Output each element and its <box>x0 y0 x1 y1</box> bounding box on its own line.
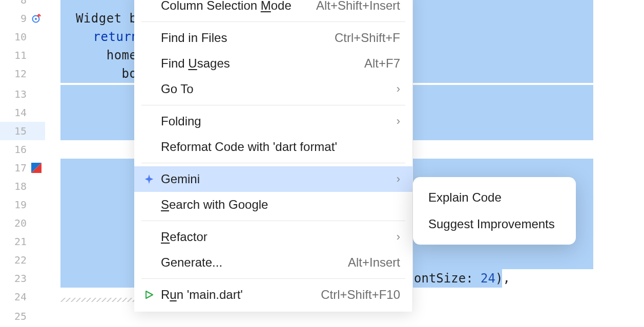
code-text: home <box>60 48 137 62</box>
submenu-item-label: Suggest Improvements <box>428 217 564 231</box>
line-number: 25 <box>14 310 27 322</box>
line-number: 18 <box>14 180 27 192</box>
gutter-line[interactable]: 17 <box>0 159 45 177</box>
code-text: ontSize: <box>414 271 473 286</box>
menu-item-generate[interactable]: Generate...Alt+Insert <box>134 250 412 275</box>
gutter-line[interactable]: 25 <box>0 307 45 325</box>
line-number: 20 <box>14 217 27 229</box>
gutter-line[interactable]: 20 <box>0 214 45 232</box>
menu-item-gemini[interactable]: Gemini› <box>134 166 412 192</box>
menu-shortcut: Alt+Shift+Insert <box>316 0 400 13</box>
code-keyword: return <box>63 30 139 44</box>
submenu-item-label: Explain Code <box>428 190 564 205</box>
menu-item-go-to[interactable]: Go To› <box>134 76 412 102</box>
menu-item-label: Find in Files <box>161 31 335 45</box>
editor-viewport: 8910111213141516171819202122232425 Widge… <box>0 0 644 327</box>
menu-item-label: Column Selection Mode <box>161 0 316 13</box>
menu-item-reformat-dart[interactable]: Reformat Code with 'dart format' <box>134 134 412 160</box>
gutter-line[interactable]: 24 <box>0 288 45 306</box>
menu-item-folding[interactable]: Folding› <box>134 108 412 134</box>
menu-item-label: Refactor <box>161 230 397 244</box>
chevron-right-icon: › <box>397 230 400 244</box>
svg-point-1 <box>35 18 37 20</box>
context-menu: Column Selection ModeAlt+Shift+InsertFin… <box>134 0 413 312</box>
gutter-line[interactable]: 15 <box>0 122 45 140</box>
line-number: 8 <box>20 0 27 6</box>
line-number: 10 <box>14 31 27 43</box>
menu-item-label: Search with Google <box>161 198 400 212</box>
menu-item-run-main[interactable]: Run 'main.dart'Ctrl+Shift+F10 <box>134 282 412 308</box>
sparkle-icon <box>142 172 156 186</box>
line-number: 16 <box>14 143 27 156</box>
code-text: ), <box>495 271 510 286</box>
gutter-line[interactable]: 9 <box>0 9 45 28</box>
gutter-line[interactable]: 19 <box>0 195 45 214</box>
line-number: 14 <box>14 106 27 119</box>
gemini-submenu: Explain CodeSuggest Improvements <box>413 177 576 245</box>
code-fragment: ontSize: 24), <box>414 271 510 286</box>
menu-item-find-in-files[interactable]: Find in FilesCtrl+Shift+F <box>134 25 412 51</box>
line-number: 12 <box>14 68 27 80</box>
code-text: Widget b <box>60 11 137 26</box>
menu-item-label: Folding <box>161 114 397 128</box>
line-number: 13 <box>14 88 27 100</box>
run-icon <box>142 288 156 301</box>
warning-squiggly <box>60 298 134 302</box>
gutter: 8910111213141516171819202122232425 <box>0 0 45 327</box>
menu-separator <box>141 105 405 105</box>
gutter-line[interactable]: 12 <box>0 64 45 83</box>
line-number: 23 <box>14 272 27 285</box>
line-number: 11 <box>14 49 27 61</box>
gutter-line[interactable]: 8 <box>0 0 45 9</box>
gutter-line[interactable]: 18 <box>0 177 45 195</box>
chevron-right-icon: › <box>397 82 400 96</box>
gutter-line[interactable]: 10 <box>0 28 45 46</box>
menu-item-label: Go To <box>161 82 397 96</box>
line-number: 21 <box>14 235 27 248</box>
code-text: bo <box>60 67 137 81</box>
menu-shortcut: Alt+Insert <box>348 255 400 270</box>
gutter-line[interactable]: 22 <box>0 251 45 269</box>
menu-shortcut: Alt+F7 <box>364 56 400 71</box>
line-number: 15 <box>14 125 27 137</box>
svg-marker-4 <box>146 291 153 298</box>
gutter-line[interactable]: 23 <box>0 269 45 288</box>
menu-item-refactor[interactable]: Refactor› <box>134 224 412 250</box>
menu-item-label: Reformat Code with 'dart format' <box>161 140 400 154</box>
line-number: 22 <box>14 254 27 266</box>
line-number: 24 <box>14 291 27 303</box>
line-number: 19 <box>14 199 27 211</box>
menu-separator <box>141 21 405 22</box>
gutter-line[interactable]: 16 <box>0 140 45 159</box>
gutter-line[interactable]: 14 <box>0 103 45 122</box>
flutter-preview-icon[interactable] <box>31 162 42 173</box>
menu-separator <box>141 163 405 163</box>
menu-shortcut: Ctrl+Shift+F <box>335 31 400 45</box>
override-icon[interactable] <box>31 13 42 24</box>
chevron-right-icon: › <box>397 172 400 186</box>
menu-item-label: Generate... <box>161 255 348 270</box>
chevron-right-icon: › <box>397 115 400 128</box>
code-number: 24 <box>473 271 495 286</box>
gutter-line[interactable]: 11 <box>0 46 45 64</box>
gutter-line[interactable]: 13 <box>0 85 45 103</box>
menu-item-column-selection[interactable]: Column Selection ModeAlt+Shift+Insert <box>134 0 412 18</box>
gutter-line[interactable]: 21 <box>0 232 45 251</box>
menu-item-find-usages[interactable]: Find UsagesAlt+F7 <box>134 51 412 76</box>
menu-item-search-google[interactable]: Search with Google <box>134 192 412 217</box>
submenu-item-suggest-improvements[interactable]: Suggest Improvements <box>413 211 576 237</box>
menu-separator <box>141 221 405 221</box>
menu-shortcut: Ctrl+Shift+F10 <box>321 288 400 302</box>
menu-item-label: Gemini <box>161 172 397 186</box>
menu-item-label: Find Usages <box>161 56 364 71</box>
line-number: 9 <box>20 12 27 25</box>
line-number: 17 <box>14 162 27 174</box>
submenu-item-explain-code[interactable]: Explain Code <box>413 184 576 211</box>
menu-item-label: Run 'main.dart' <box>161 288 321 302</box>
menu-separator <box>141 278 405 279</box>
